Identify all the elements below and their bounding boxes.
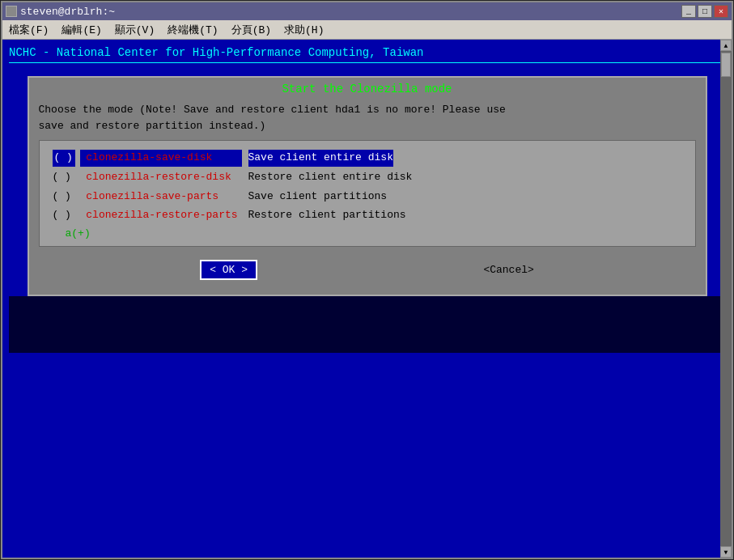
close-button[interactable]: ✕	[714, 5, 728, 18]
nchc-header: NCHC - National Center for High-Performa…	[9, 46, 725, 59]
ok-button[interactable]: < OK >	[200, 260, 257, 280]
scroll-down-button[interactable]: ▼	[720, 546, 732, 558]
options-list: ( ) clonezilla-save-disk Save client ent…	[39, 140, 696, 247]
window-controls: _ □ ✕	[681, 5, 728, 18]
help-text: a(+)	[66, 227, 682, 240]
menu-bar: 檔案(F) 編輯(E) 顯示(V) 終端機(T) 分頁(B) 求助(H)	[2, 20, 732, 40]
terminal-window: steven@drblrh:~ _ □ ✕ 檔案(F) 編輯(E) 顯示(V) …	[1, 1, 733, 559]
terminal-icon	[6, 6, 17, 17]
dialog-body: Choose the mode (Note! Save and restore …	[29, 99, 706, 295]
radio-save-parts: ( )	[53, 189, 75, 206]
menu-tab[interactable]: 分頁(B)	[228, 23, 274, 37]
close-icon: ✕	[719, 6, 723, 16]
option-desc-save-disk: Save client entire disk	[248, 150, 393, 167]
option-desc-restore-parts: Restore client partitions	[248, 207, 406, 224]
nchc-separator	[9, 62, 725, 63]
radio-restore-disk: ( )	[53, 169, 75, 186]
maximize-icon: □	[702, 7, 707, 16]
option-key-save-parts: clonezilla-save-parts	[80, 189, 242, 206]
minimize-icon: _	[686, 7, 691, 16]
option-desc-restore-disk: Restore client entire disk	[248, 169, 413, 186]
option-key-save-disk: clonezilla-save-disk	[80, 150, 242, 167]
menu-terminal[interactable]: 終端機(T)	[164, 23, 221, 37]
menu-edit[interactable]: 編輯(E)	[58, 23, 104, 37]
dialog-description: Choose the mode (Note! Save and restore …	[39, 102, 696, 134]
option-save-parts[interactable]: ( ) clonezilla-save-parts Save client pa…	[53, 189, 682, 206]
title-bar: steven@drblrh:~ _ □ ✕	[2, 2, 732, 20]
cancel-button[interactable]: <Cancel>	[483, 260, 533, 280]
menu-file[interactable]: 檔案(F)	[6, 23, 52, 37]
clonezilla-dialog: Start the Clonezilla mode Choose the mod…	[28, 76, 707, 296]
option-key-restore-disk: clonezilla-restore-disk	[80, 169, 242, 186]
title-bar-left: steven@drblrh:~	[6, 6, 115, 18]
scroll-thumb[interactable]	[721, 53, 731, 77]
scrollbar[interactable]: ▲ ▼	[720, 40, 732, 558]
bottom-terminal-area	[9, 296, 725, 353]
option-desc-save-parts: Save client partitions	[248, 189, 388, 206]
cancel-label: <Cancel>	[483, 264, 533, 276]
dialog-desc-line1: Choose the mode (Note! Save and restore …	[39, 104, 506, 116]
maximize-button[interactable]: □	[698, 5, 712, 18]
menu-help[interactable]: 求助(H)	[281, 23, 327, 37]
option-restore-parts[interactable]: ( ) clonezilla-restore-parts Restore cli…	[53, 207, 682, 224]
terminal-area: ▲ ▼ NCHC - National Center for High-Perf…	[2, 40, 732, 558]
minimize-button[interactable]: _	[681, 5, 696, 18]
dialog-buttons: < OK > <Cancel>	[39, 253, 696, 288]
scroll-up-button[interactable]: ▲	[720, 40, 732, 51]
dialog-desc-line2: save and restore partition instead.)	[39, 120, 266, 132]
ok-label: < OK >	[210, 264, 248, 276]
radio-save-disk: ( )	[53, 150, 75, 167]
radio-restore-parts: ( )	[53, 207, 75, 224]
window-title: steven@drblrh:~	[20, 6, 115, 18]
option-restore-disk[interactable]: ( ) clonezilla-restore-disk Restore clie…	[53, 169, 682, 186]
option-save-disk[interactable]: ( ) clonezilla-save-disk Save client ent…	[53, 150, 682, 167]
dialog-title: Start the Clonezilla mode	[29, 78, 706, 99]
option-key-restore-parts: clonezilla-restore-parts	[80, 207, 242, 224]
menu-view[interactable]: 顯示(V)	[112, 23, 158, 37]
